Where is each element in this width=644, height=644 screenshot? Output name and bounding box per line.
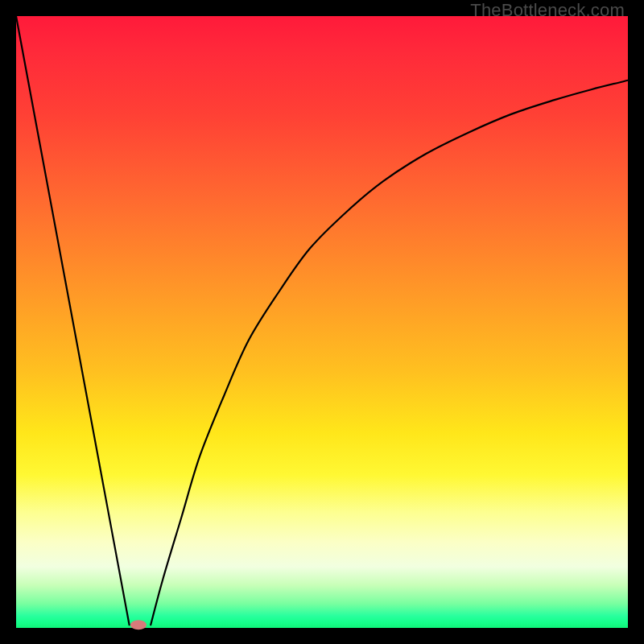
curve-left bbox=[16, 16, 130, 625]
optimal-marker bbox=[130, 620, 147, 630]
curve-svg bbox=[16, 16, 628, 628]
chart-frame: TheBottleneck.com bbox=[0, 0, 644, 644]
plot-area bbox=[16, 16, 628, 628]
curve-right bbox=[151, 80, 628, 625]
